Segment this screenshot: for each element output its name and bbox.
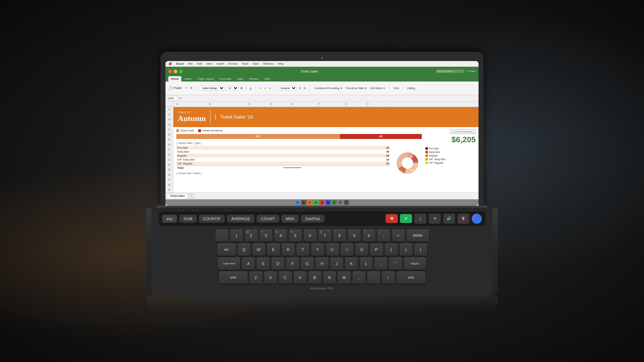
menu-tools[interactable]: Tools	[242, 62, 248, 65]
key-tilde[interactable]: ~ `	[215, 229, 228, 242]
italic-button[interactable]: I	[245, 87, 248, 90]
maximize-button[interactable]	[179, 70, 183, 73]
tab-page-layout[interactable]: Page Layout	[195, 76, 216, 82]
tb-count-button[interactable]: COUNT	[257, 215, 279, 223]
key-6[interactable]: ^ 6	[304, 229, 317, 242]
add-sheet-button[interactable]: +	[189, 194, 194, 199]
minimize-button[interactable]	[174, 70, 177, 73]
font-family[interactable]: Calibri (Body)	[199, 86, 225, 90]
key-u[interactable]: U	[326, 243, 339, 256]
key-capslock[interactable]: caps lock	[218, 257, 240, 270]
tab-data[interactable]: Data	[235, 76, 246, 82]
key-z[interactable]: Z	[249, 272, 262, 284]
key-5[interactable]: % 5	[289, 229, 302, 242]
key-j[interactable]: J	[330, 257, 343, 270]
key-4[interactable]: $ 4	[274, 229, 287, 242]
key-minus[interactable]: _ -	[377, 229, 390, 242]
editing-button[interactable]: Editing	[406, 87, 416, 90]
dock-icon-8[interactable]: ●	[344, 200, 349, 205]
tab-home[interactable]: Home	[168, 76, 181, 82]
underline-button[interactable]: U	[249, 87, 253, 90]
align-right[interactable]: ≡	[268, 87, 272, 90]
tb-confirm-button[interactable]: ✓	[400, 214, 412, 223]
tb-average-button[interactable]: AVERAGE	[227, 215, 254, 223]
key-semicolon[interactable]: ;	[374, 257, 387, 270]
key-1[interactable]: ! 1	[230, 229, 243, 242]
dock-icon-finder[interactable]: 🗂	[295, 200, 300, 205]
tb-sum-button[interactable]: SUM	[179, 215, 196, 223]
copy-button[interactable]: ⧉	[189, 86, 193, 90]
key-comma[interactable]: ,	[353, 272, 365, 284]
menu-insert[interactable]: Insert	[217, 62, 224, 65]
tb-cancel-button[interactable]: ✕	[386, 214, 398, 223]
key-o[interactable]: O	[355, 243, 368, 256]
key-f[interactable]: F	[286, 257, 299, 270]
dock-icon-5[interactable]: ●	[326, 200, 331, 205]
key-tab[interactable]: tab	[217, 243, 236, 256]
tab-view[interactable]: View	[262, 76, 273, 82]
menu-format[interactable]: Format	[228, 62, 237, 65]
tab-ticket-sales[interactable]: Ticket Sales	[167, 194, 188, 198]
key-period[interactable]: .	[367, 272, 380, 284]
share-button[interactable]: + Share	[467, 70, 476, 73]
key-delete[interactable]: delete	[407, 229, 429, 242]
menu-edit[interactable]: Edit	[197, 62, 202, 65]
total-input-cell[interactable]	[282, 166, 390, 170]
key-a[interactable]: A	[242, 257, 255, 270]
key-bracket-open[interactable]: {	[385, 243, 398, 256]
key-s[interactable]: S	[257, 257, 270, 270]
tb-soldtick-button[interactable]: SoldTick	[301, 215, 325, 223]
key-l[interactable]: L	[360, 257, 373, 270]
key-h[interactable]: H	[316, 257, 328, 270]
key-slash[interactable]: /	[382, 272, 395, 284]
tb-volume-down-button[interactable]: 🔇	[457, 214, 470, 224]
dock-icon-7[interactable]: ●	[338, 200, 343, 205]
cell-reference[interactable]: H23	[167, 96, 178, 101]
key-shift-right[interactable]: shift	[397, 272, 425, 284]
tb-paren-button[interactable]: (	[414, 214, 426, 224]
tb-siri-button[interactable]	[472, 214, 482, 224]
font-size[interactable]: 12	[226, 86, 239, 90]
key-v[interactable]: V	[294, 272, 307, 284]
number-format[interactable]: General	[278, 86, 297, 90]
close-button[interactable]	[168, 70, 172, 73]
search-sheet[interactable]: Search Sheet	[436, 70, 465, 73]
key-equals[interactable]: + =	[392, 229, 405, 242]
key-0[interactable]: ) 0	[363, 229, 375, 242]
key-9[interactable]: ( 9	[348, 229, 361, 242]
key-quote[interactable]: '	[389, 257, 402, 270]
key-t[interactable]: T	[297, 243, 309, 256]
key-return[interactable]: return	[404, 257, 426, 270]
menu-view[interactable]: View	[206, 62, 213, 65]
cell-styles[interactable]: Cell Styles ▼	[369, 87, 386, 90]
cut-button[interactable]: ✂	[184, 86, 188, 90]
apple-menu[interactable]: 🍎	[168, 62, 172, 65]
key-b[interactable]: B	[308, 272, 321, 284]
tb-brightness-button[interactable]: ✳	[429, 214, 441, 224]
tb-countif-button[interactable]: COUNTIF	[199, 215, 225, 223]
dock-icon-1[interactable]: ●	[301, 200, 306, 205]
key-m[interactable]: M	[338, 272, 351, 284]
key-d[interactable]: D	[271, 257, 284, 270]
key-8[interactable]: * 8	[333, 229, 346, 242]
currency-button[interactable]: $	[298, 87, 302, 90]
key-3[interactable]: # 3	[260, 229, 272, 242]
key-7[interactable]: & 7	[318, 229, 331, 242]
tab-review[interactable]: Review	[246, 76, 261, 82]
key-2[interactable]: @ 2	[245, 229, 258, 242]
menu-file[interactable]: File	[188, 62, 193, 65]
key-c[interactable]: C	[279, 272, 292, 284]
key-w[interactable]: W	[252, 243, 265, 256]
key-k[interactable]: K	[345, 257, 358, 270]
key-q[interactable]: Q	[238, 243, 251, 256]
tab-insert[interactable]: Insert	[182, 76, 194, 82]
conditional-formatting[interactable]: Conditional Formatting ▼	[313, 87, 344, 90]
key-p[interactable]: P	[370, 243, 383, 256]
align-left[interactable]: ≡	[259, 87, 262, 90]
key-r[interactable]: R	[282, 243, 295, 256]
esc-key[interactable]: esc	[162, 215, 177, 223]
key-backslash[interactable]: |	[414, 243, 427, 256]
bold-button[interactable]: B	[240, 87, 244, 90]
app-menu-excel[interactable]: Excel	[176, 62, 184, 65]
tb-volume-up-button[interactable]: 🔊	[443, 214, 455, 224]
